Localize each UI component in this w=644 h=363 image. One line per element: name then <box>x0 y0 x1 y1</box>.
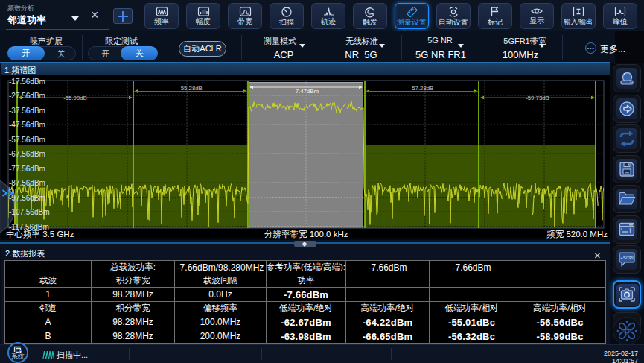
svg-text:-59.73dB: -59.73dB <box>526 95 549 101</box>
svg-text:+SCPI: +SCPI <box>620 256 634 260</box>
svg-text:-55.28dB: -55.28dB <box>179 85 203 92</box>
svg-text:-7.47dBm: -7.47dBm <box>293 88 319 95</box>
svg-text:-55.99dB: -55.99dB <box>63 95 87 101</box>
svg-text:-57.28dB: -57.28dB <box>410 85 434 92</box>
